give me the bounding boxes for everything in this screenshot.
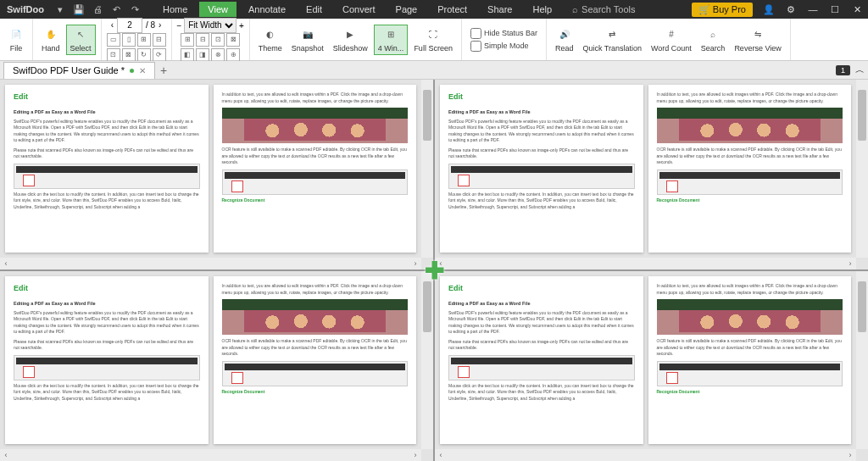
pane-bottom-right: EditEditing a PDF as Easy as a Word File… (435, 271, 868, 461)
save-icon[interactable]: 💾 (70, 4, 88, 15)
minimize-icon[interactable]: — (802, 4, 824, 14)
reverse-view-button[interactable]: ⇋Reverse View (731, 25, 784, 54)
pdf-page-right[interactable]: In addition to text, you are allowed to … (214, 85, 417, 253)
dropdown-icon[interactable]: ▾ (51, 4, 70, 15)
image-thumbnail (222, 108, 409, 143)
menu-view[interactable]: View (199, 2, 236, 17)
maximize-icon[interactable]: ☐ (824, 4, 846, 15)
close-icon[interactable]: ✕ (846, 4, 868, 15)
split-handle-icon[interactable]: ✚ (425, 257, 444, 285)
collapse-icon[interactable]: ︿ (855, 64, 865, 76)
add-tab-icon[interactable]: + (160, 64, 167, 77)
select-tool[interactable]: ↖Select (66, 25, 96, 55)
menu-annotate[interactable]: Annotate (240, 2, 294, 17)
search-tools[interactable]: ⌕ Search Tools (572, 4, 635, 14)
search-icon: ⌕ (572, 4, 578, 14)
screenshot-thumbnail (222, 169, 409, 195)
view-grid-icons[interactable]: ⊞⊟⊡⊠◧◨⊗⊕ (181, 33, 240, 62)
pane-bottom-left: EditEditing a PDF as Easy as a Word File… (0, 271, 433, 461)
main-menu: Home View Annotate Edit Convert Page Pro… (154, 2, 560, 17)
vertical-scrollbar[interactable] (421, 271, 433, 449)
pdf-page-right[interactable]: In addition to text, you are allowed to … (214, 276, 417, 444)
horizontal-scrollbar[interactable]: ‹› (435, 449, 856, 461)
pdf-page-left[interactable]: Edit Editing a PDF as Easy as a Word Fil… (5, 85, 209, 253)
page-navigator: ‹ / 8 › (111, 18, 162, 33)
menu-protect[interactable]: Protect (429, 2, 476, 17)
title-bar: SwifDoo ▾ 💾 🖨 ↶ ↷ Home View Annotate Edi… (0, 0, 868, 19)
quick-translation-button[interactable]: ⇄Quick Translation (579, 25, 645, 54)
horizontal-scrollbar[interactable]: ‹› (435, 258, 856, 269)
four-windows-button[interactable]: ⊞4 Win... (374, 25, 409, 55)
vertical-scrollbar[interactable] (421, 80, 433, 258)
menu-convert[interactable]: Convert (334, 2, 384, 17)
layout-icons[interactable]: ▭▯⊞⊟⊡⊠↻⟳ (107, 33, 166, 62)
pdf-page-right[interactable]: In addition to text, you are allowed to … (648, 276, 852, 444)
theme-button[interactable]: ◐Theme (255, 25, 286, 54)
horizontal-scrollbar[interactable]: ‹› (0, 449, 421, 461)
page-total: / 8 (146, 20, 155, 30)
next-page-icon[interactable]: › (159, 20, 161, 30)
zoom-out-icon[interactable]: − (177, 20, 182, 30)
vertical-scrollbar[interactable] (856, 271, 868, 449)
search-placeholder: Search Tools (581, 4, 635, 14)
pdf-page-left[interactable]: EditEditing a PDF as Easy as a Word File… (5, 276, 209, 444)
unsaved-indicator-icon (130, 69, 134, 73)
vertical-scrollbar[interactable] (856, 80, 868, 258)
fullscreen-button[interactable]: ⛶Full Screen (410, 25, 456, 54)
print-icon[interactable]: 🖨 (88, 4, 107, 14)
settings-icon[interactable]: ⚙ (780, 4, 802, 15)
tab-close-icon[interactable]: ✕ (139, 66, 146, 75)
tab-title: SwifDoo PDF User Guide * (13, 65, 125, 75)
menu-edit[interactable]: Edit (298, 2, 331, 17)
pane-top-right: EditEditing a PDF as Easy as a Word File… (435, 80, 868, 269)
horizontal-scrollbar[interactable]: ‹› (0, 258, 421, 269)
app-logo: SwifDoo (0, 4, 51, 14)
page-input[interactable] (117, 18, 142, 33)
screenshot-thumbnail (14, 164, 200, 189)
search-button[interactable]: ⌕Search (698, 25, 729, 54)
menu-page[interactable]: Page (387, 2, 426, 17)
document-panes: ✚ Edit Editing a PDF as Easy as a Word F… (0, 80, 868, 461)
page-badge: 1 (836, 65, 850, 75)
user-icon[interactable]: 👤 (758, 4, 780, 15)
document-tabs: SwifDoo PDF User Guide * ✕ + 1 ︿ (0, 61, 868, 80)
hide-status-checkbox[interactable]: Hide Status Bar (470, 28, 537, 39)
zoom-in-icon[interactable]: + (239, 20, 244, 30)
prev-page-icon[interactable]: ‹ (111, 20, 114, 30)
read-button[interactable]: 🔊Read (552, 25, 577, 54)
hand-tool[interactable]: ✋Hand (38, 25, 64, 54)
zoom-controls: − Fit Width + (177, 18, 244, 33)
slideshow-button[interactable]: ▶Slideshow (330, 25, 371, 54)
pdf-page-left[interactable]: EditEditing a PDF as Easy as a Word File… (440, 85, 643, 253)
file-button[interactable]: 📄File (5, 25, 27, 54)
word-count-button[interactable]: #Word Count (648, 25, 695, 54)
undo-icon[interactable]: ↶ (107, 4, 125, 15)
pdf-page-right[interactable]: In addition to text, you are allowed to … (648, 85, 852, 253)
simple-mode-checkbox[interactable]: Simple Mode (470, 41, 537, 52)
doc-tab[interactable]: SwifDoo PDF User Guide * ✕ (3, 62, 155, 79)
redo-icon[interactable]: ↷ (125, 4, 144, 15)
fit-select[interactable]: Fit Width (184, 18, 236, 33)
pane-top-left: Edit Editing a PDF as Easy as a Word Fil… (0, 80, 433, 269)
ribbon-toolbar: 📄File ✋Hand ↖Select ‹ / 8 › ▭▯⊞⊟⊡⊠↻⟳ − F… (0, 19, 868, 61)
menu-home[interactable]: Home (154, 2, 196, 17)
snapshot-button[interactable]: 📷Snapshot (288, 25, 327, 54)
buy-pro-button[interactable]: 🛒 Buy Pro (692, 3, 753, 17)
pdf-page-left[interactable]: EditEditing a PDF as Easy as a Word File… (440, 276, 643, 444)
menu-help[interactable]: Help (524, 2, 560, 17)
menu-share[interactable]: Share (479, 2, 520, 17)
